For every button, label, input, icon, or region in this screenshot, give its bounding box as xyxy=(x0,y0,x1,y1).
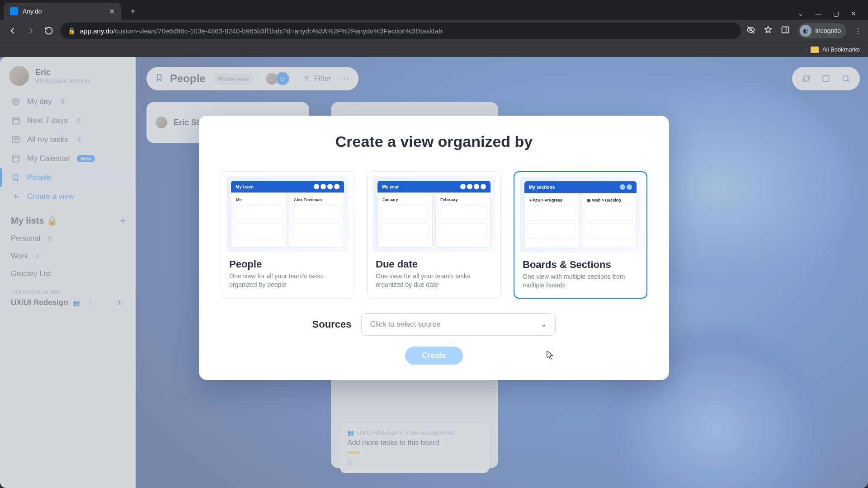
url-host: app.any.do xyxy=(80,27,113,35)
option-thumbnail: My year January February xyxy=(373,176,495,252)
option-desc: One view with multiple sections from mul… xyxy=(520,272,641,290)
browser-tab[interactable]: Any.do ✕ xyxy=(4,3,121,20)
tab-search-icon[interactable]: ⌄ xyxy=(798,10,803,17)
bookmarks-folder-icon xyxy=(811,47,819,53)
tracking-icon[interactable] xyxy=(746,25,755,36)
option-desc: One view for all your team's tasks organ… xyxy=(226,272,349,289)
lock-icon: 🔒 xyxy=(68,27,75,34)
option-title: Boards & Sections xyxy=(520,259,641,271)
bookmarks-bar: | All Bookmarks xyxy=(0,42,868,57)
sources-select[interactable]: Click to select source ⌄ xyxy=(361,313,556,336)
app-viewport: Eric Workspace Account My day 3 Next 7 d… xyxy=(0,57,868,488)
nav-reload-button[interactable] xyxy=(42,24,55,37)
tab-close-icon[interactable]: ✕ xyxy=(109,7,115,16)
option-thumbnail: My sections ● iOS > Progress ▣ Web > Bac… xyxy=(520,177,641,253)
url-path: /custom-views/70e6d96c-103e-4863-8240-b9… xyxy=(113,27,442,35)
incognito-label: Incognito xyxy=(815,27,841,34)
nav-forward-button[interactable] xyxy=(24,24,37,37)
all-bookmarks-link[interactable]: All Bookmarks xyxy=(822,46,860,53)
window-maximize-icon[interactable]: ▢ xyxy=(833,10,839,17)
sidepanel-icon[interactable] xyxy=(781,25,790,36)
nav-back-button[interactable] xyxy=(6,24,19,37)
new-tab-button[interactable]: + xyxy=(126,4,140,19)
chevron-down-icon: ⌄ xyxy=(541,320,547,328)
chrome-menu-icon[interactable]: ⋮ xyxy=(854,27,862,35)
window-close-icon[interactable]: ✕ xyxy=(851,10,856,17)
modal-backdrop[interactable]: Create a view organized by My team Me Al… xyxy=(0,57,868,488)
sources-placeholder: Click to select source xyxy=(370,320,440,328)
incognito-indicator[interactable]: ◐ Incognito xyxy=(798,23,846,38)
modal-title: Create a view organized by xyxy=(219,133,649,150)
window-minimize-icon[interactable]: — xyxy=(815,10,821,17)
create-view-modal: Create a view organized by My team Me Al… xyxy=(199,116,669,380)
incognito-icon: ◐ xyxy=(800,25,811,37)
browser-tabstrip: Any.do ✕ + ⌄ — ▢ ✕ xyxy=(0,0,868,20)
create-button[interactable]: Create xyxy=(405,347,463,365)
tab-favicon xyxy=(10,7,18,15)
option-desc: One view for all your team's tasks organ… xyxy=(373,272,495,289)
address-bar[interactable]: 🔒 app.any.do/custom-views/70e6d96c-103e-… xyxy=(61,23,741,39)
browser-toolbar: 🔒 app.any.do/custom-views/70e6d96c-103e-… xyxy=(0,20,868,42)
bookmark-star-icon[interactable] xyxy=(764,25,773,36)
option-due-date[interactable]: My year January February Due date One vi… xyxy=(367,171,501,299)
option-title: Due date xyxy=(373,258,495,270)
tab-title: Any.do xyxy=(23,8,42,15)
window-controls: ⌄ — ▢ ✕ xyxy=(798,10,864,20)
sources-label: Sources xyxy=(312,319,352,330)
option-boards-sections[interactable]: My sections ● iOS > Progress ▣ Web > Bac… xyxy=(514,171,647,299)
option-thumbnail: My team Me Alex Friedman xyxy=(226,176,349,252)
svg-rect-2 xyxy=(782,27,789,33)
option-title: People xyxy=(226,258,349,270)
option-people[interactable]: My team Me Alex Friedman People One view… xyxy=(221,171,354,299)
